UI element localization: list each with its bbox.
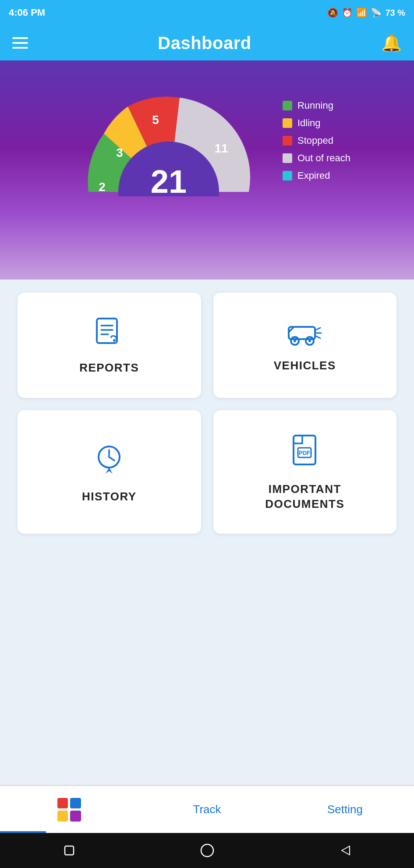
out-of-reach-dot	[283, 153, 292, 163]
reports-icon	[92, 315, 127, 350]
gauge-legend: Running Idling Stopped Out of reach Expi…	[283, 82, 350, 181]
nav-home[interactable]	[0, 786, 138, 833]
svg-point-10	[308, 340, 311, 342]
vehicles-icon	[285, 317, 325, 348]
gauge-chart: 2 3 5 11 21	[64, 82, 274, 196]
documents-icon: PDF	[287, 432, 322, 471]
running-text: Running	[297, 100, 333, 111]
vehicles-card[interactable]: VEHICLES	[213, 293, 397, 398]
cards-grid: REPORTS VEHICLES	[18, 293, 396, 534]
vehicles-label: VEHICLES	[274, 358, 336, 373]
reports-card[interactable]: REPORTS	[18, 293, 201, 398]
android-back-button[interactable]	[334, 840, 356, 861]
svg-line-13	[109, 457, 114, 461]
svg-point-5	[113, 339, 116, 342]
nav-setting[interactable]: Setting	[276, 786, 414, 833]
running-dot	[283, 101, 292, 110]
expired-text: Expired	[297, 170, 330, 181]
cards-section: REPORTS VEHICLES	[0, 280, 414, 785]
svg-text:PDF: PDF	[299, 450, 310, 456]
idling-dot	[283, 118, 292, 128]
legend-running: Running	[283, 100, 350, 111]
status-time: 4:06 PM	[9, 7, 45, 18]
page-title: Dashboard	[158, 33, 251, 53]
stopped-dot	[283, 136, 292, 145]
documents-card[interactable]: PDF IMPORTANT DOCUMENTS	[213, 410, 397, 534]
stopped-label: 5	[152, 113, 159, 127]
idling-text: Idling	[297, 117, 321, 129]
idling-label: 3	[116, 146, 123, 159]
svg-marker-19	[342, 846, 350, 855]
gauge-container: 2 3 5 11 21 Running Idling	[13, 74, 401, 196]
mute-icon: 🔕	[327, 7, 338, 18]
out-of-reach-label: 11	[214, 142, 228, 155]
out-of-reach-text: Out of reach	[297, 152, 350, 164]
total-label: 21	[151, 163, 187, 196]
gauge-svg: 2 3 5 11 21	[64, 82, 274, 196]
history-icon	[92, 439, 127, 479]
legend-expired: Expired	[283, 170, 350, 181]
history-card[interactable]: HISTORY	[18, 410, 201, 534]
legend-out-of-reach: Out of reach	[283, 152, 350, 164]
legend-stopped: Stopped	[283, 135, 350, 146]
reports-label: REPORTS	[79, 361, 139, 376]
history-label: HISTORY	[82, 489, 137, 504]
stopped-text: Stopped	[297, 135, 333, 146]
android-nav-bar	[0, 833, 414, 868]
android-home-button[interactable]	[196, 840, 218, 861]
documents-label: IMPORTANT DOCUMENTS	[265, 482, 344, 512]
setting-label: Setting	[327, 803, 363, 816]
running-label: 2	[99, 180, 106, 194]
alarm-icon: ⏰	[342, 7, 353, 18]
status-icons: 🔕 ⏰ 📶 📡 73 %	[327, 7, 405, 18]
wifi-icon: 📡	[371, 7, 382, 18]
track-label: Track	[193, 803, 221, 816]
header: Dashboard 🔔	[0, 25, 414, 60]
signal-icon: 📶	[356, 7, 367, 18]
android-square-button[interactable]	[58, 840, 80, 861]
status-bar: 4:06 PM 🔕 ⏰ 📶 📡 73 %	[0, 0, 414, 25]
svg-rect-17	[65, 846, 74, 855]
battery-text: 73 %	[385, 8, 405, 18]
svg-point-18	[201, 844, 213, 857]
gauge-section: 2 3 5 11 21 Running Idling	[0, 60, 414, 280]
notification-bell-button[interactable]: 🔔	[381, 33, 402, 53]
bottom-nav: Track Setting	[0, 785, 414, 833]
expired-dot	[283, 171, 292, 181]
nav-track[interactable]: Track	[138, 786, 276, 833]
hamburger-button[interactable]	[12, 37, 28, 49]
legend-idling: Idling	[283, 117, 350, 129]
home-logo-icon	[57, 798, 81, 822]
svg-point-8	[294, 340, 296, 342]
